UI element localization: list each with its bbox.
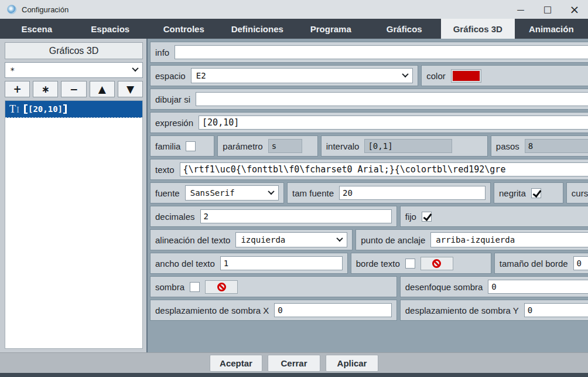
parametro-group: parámetro (217, 135, 317, 157)
borde-texto-checkbox[interactable] (405, 259, 415, 269)
intervalo-group: intervalo (321, 135, 488, 157)
main-area: Gráficos 3D * + ∗ − ▲ ▼ TI [20,10] (0, 39, 588, 352)
prohibition-icon (432, 259, 441, 268)
window-close-button[interactable]: × (561, 0, 588, 19)
tab-definiciones[interactable]: Definiciones (221, 19, 295, 39)
window-minimize-button[interactable]: — (507, 0, 534, 19)
sombra-color-button[interactable] (205, 280, 238, 294)
decimales-label: decimales (155, 212, 195, 222)
objects-list: TI [20,10] (5, 100, 143, 349)
decimales-group: decimales (150, 206, 397, 227)
footer-bar: Aceptar Cerrar Aplicar (0, 352, 588, 373)
chevron-down-icon (268, 188, 274, 194)
aplicar-button[interactable]: Aplicar (326, 355, 378, 372)
negrita-group: negrita (494, 182, 563, 203)
despl-sombra-y-input[interactable] (524, 303, 588, 317)
texto-input[interactable] (180, 162, 588, 176)
punto-anclaje-group: punto de anclaje arriba-izquierda (355, 229, 588, 250)
espacio-select[interactable]: E2 (191, 68, 413, 83)
configuration-window: Configuración — □ × Escena Espacios Cont… (0, 0, 588, 377)
object-filter-select[interactable]: * (5, 62, 143, 78)
dibujar-si-input[interactable] (196, 92, 588, 106)
dibujar-si-label: dibujar si (155, 94, 190, 104)
ancho-texto-input[interactable] (220, 256, 343, 270)
ancho-texto-label: ancho del texto (155, 259, 215, 269)
cursiva-label: cursiva (572, 188, 588, 198)
window-bottom-edge (0, 373, 588, 377)
despl-sombra-y-group: desplazamiento de sombra Y (400, 300, 588, 321)
alineacion-texto-group: alineación del texto izquierda (150, 229, 353, 250)
prohibition-icon (217, 283, 226, 291)
fijo-label: fijo (405, 212, 416, 222)
object-filter-value: * (10, 66, 129, 75)
ancho-texto-group: ancho del texto (150, 253, 348, 274)
sombra-label: sombra (155, 282, 184, 292)
intervalo-input (364, 139, 452, 153)
despl-sombra-x-label: desplazamiento de sombra X (155, 305, 269, 315)
parametro-input (268, 139, 302, 153)
borde-texto-group: borde texto (351, 253, 491, 274)
desenfoque-sombra-input[interactable] (488, 280, 588, 294)
color-swatch-button[interactable] (451, 69, 481, 83)
borde-texto-label: borde texto (356, 259, 400, 269)
dibujar-si-group: dibujar si (150, 89, 588, 110)
despl-sombra-x-group: desplazamiento de sombra X (150, 300, 397, 321)
familia-label: familia (155, 141, 180, 151)
texto-group: texto TI Rtf (150, 159, 588, 180)
tab-animacion[interactable]: Animación (515, 19, 588, 39)
duplicate-object-button[interactable]: ∗ (33, 81, 58, 97)
tab-programa[interactable]: Programa (294, 19, 368, 39)
chevron-down-icon (402, 70, 409, 77)
tab-escena[interactable]: Escena (0, 19, 74, 39)
tam-fuente-input[interactable] (339, 186, 486, 200)
fijo-checkbox[interactable] (422, 212, 432, 222)
objects-sidebar: Gráficos 3D * + ∗ − ▲ ▼ TI [20,10] (0, 39, 148, 352)
tamano-borde-group: tamaño del borde (494, 253, 588, 274)
expresion-input[interactable] (199, 116, 588, 130)
desenfoque-sombra-label: desenfoque sombra (405, 282, 483, 292)
tab-graficos-3d[interactable]: Gráficos 3D (441, 19, 515, 39)
decimales-input[interactable] (200, 209, 392, 223)
move-object-down-button[interactable]: ▼ (118, 81, 143, 97)
expresion-group: expresión (150, 112, 588, 133)
tamano-borde-input[interactable] (573, 256, 588, 270)
window-maximize-button[interactable]: □ (534, 0, 561, 19)
cerrar-button[interactable]: Cerrar (268, 355, 320, 372)
fuente-select[interactable]: SansSerif (185, 185, 279, 201)
espacio-label: espacio (155, 71, 186, 81)
info-input[interactable] (175, 45, 588, 59)
color-group: color (421, 65, 588, 86)
despl-sombra-x-input[interactable] (274, 303, 391, 317)
alineacion-texto-select[interactable]: izquierda (235, 232, 347, 247)
parametro-label: parámetro (223, 141, 262, 151)
sombra-checkbox[interactable] (190, 282, 200, 292)
familia-checkbox[interactable] (186, 141, 196, 151)
tam-fuente-group: tam fuente (287, 182, 491, 203)
remove-object-button[interactable]: − (61, 81, 86, 97)
tab-controles[interactable]: Controles (147, 19, 221, 39)
fijo-group: fijo (400, 206, 588, 227)
intervalo-label: intervalo (326, 141, 360, 151)
punto-anclaje-select[interactable]: arriba-izquierda (430, 232, 588, 247)
borde-texto-color-button[interactable] (421, 257, 453, 270)
window-title: Configuración (22, 5, 69, 14)
pasos-input (525, 139, 588, 153)
color-swatch-fill (453, 71, 480, 81)
tamano-borde-label: tamaño del borde (500, 259, 568, 269)
tab-espacios[interactable]: Espacios (74, 19, 148, 39)
sidebar-header: Gráficos 3D (5, 42, 143, 59)
pasos-group: pasos (491, 135, 588, 157)
tab-bar: Escena Espacios Controles Definiciones P… (0, 19, 588, 39)
fuente-label: fuente (155, 188, 180, 198)
title-bar: Configuración — □ × (0, 0, 588, 19)
tab-graficos[interactable]: Gráficos (368, 19, 442, 39)
color-label: color (426, 71, 446, 81)
aceptar-button[interactable]: Aceptar (210, 355, 262, 372)
move-object-up-button[interactable]: ▲ (90, 81, 115, 97)
list-item[interactable]: TI [20,10] (5, 101, 142, 118)
negrita-checkbox[interactable] (531, 188, 541, 198)
cursiva-group: cursiva (566, 182, 588, 203)
texto-label: texto (155, 165, 175, 175)
fuente-group: fuente SansSerif (150, 182, 284, 203)
add-object-button[interactable]: + (5, 81, 30, 97)
